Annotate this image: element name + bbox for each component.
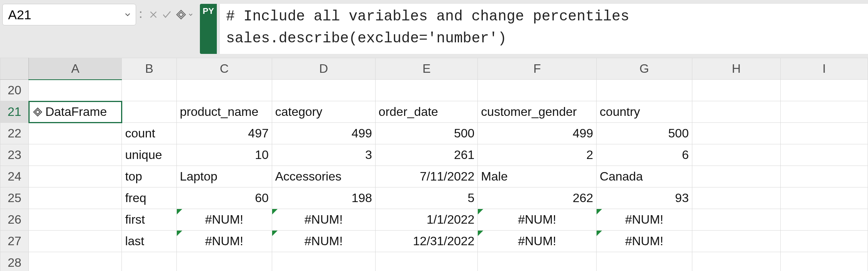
cell[interactable] bbox=[780, 252, 868, 271]
cell[interactable]: 2 bbox=[478, 144, 597, 166]
column-header[interactable]: D bbox=[272, 58, 375, 80]
cell[interactable] bbox=[780, 187, 868, 209]
cell[interactable] bbox=[122, 80, 176, 101]
cell[interactable] bbox=[780, 231, 868, 252]
row-header[interactable]: 22 bbox=[0, 123, 29, 144]
cell[interactable] bbox=[780, 101, 868, 123]
cell[interactable] bbox=[122, 101, 176, 123]
cell[interactable] bbox=[692, 252, 780, 271]
cell[interactable]: freq bbox=[122, 187, 176, 209]
cell[interactable] bbox=[29, 231, 122, 252]
cell[interactable]: last bbox=[122, 231, 176, 252]
column-header[interactable]: H bbox=[692, 58, 780, 80]
cell[interactable]: country bbox=[597, 101, 692, 123]
cell[interactable]: 7/11/2022 bbox=[375, 166, 478, 187]
cell-error[interactable]: #NUM! bbox=[176, 231, 272, 252]
cell-error[interactable]: #NUM! bbox=[597, 209, 692, 231]
cell[interactable] bbox=[597, 80, 692, 101]
cell[interactable]: customer_gender bbox=[478, 101, 597, 123]
cell[interactable] bbox=[29, 80, 122, 101]
cell[interactable] bbox=[780, 166, 868, 187]
cell[interactable]: 60 bbox=[176, 187, 272, 209]
cell[interactable]: 6 bbox=[597, 144, 692, 166]
cell[interactable] bbox=[272, 80, 375, 101]
cell[interactable]: 500 bbox=[375, 123, 478, 144]
row-header[interactable]: 24 bbox=[0, 166, 29, 187]
cell[interactable]: count bbox=[122, 123, 176, 144]
cell[interactable]: 261 bbox=[375, 144, 478, 166]
cell[interactable]: order_date bbox=[375, 101, 478, 123]
cell[interactable] bbox=[780, 80, 868, 101]
cell-error[interactable]: #NUM! bbox=[176, 209, 272, 231]
cell-active[interactable]: DataFrame bbox=[29, 101, 122, 123]
row-header[interactable]: 21 bbox=[0, 101, 29, 123]
cell[interactable]: 198 bbox=[272, 187, 375, 209]
cell[interactable]: 500 bbox=[597, 123, 692, 144]
cell[interactable] bbox=[597, 252, 692, 271]
cell-error[interactable]: #NUM! bbox=[597, 231, 692, 252]
spreadsheet-grid[interactable]: A B C D E F G H I 20 21 DataFrame produc… bbox=[0, 58, 868, 271]
cell[interactable] bbox=[375, 252, 478, 271]
cell[interactable] bbox=[780, 209, 868, 231]
chevron-down-icon[interactable] bbox=[123, 10, 132, 19]
cell[interactable] bbox=[29, 123, 122, 144]
cell[interactable] bbox=[692, 166, 780, 187]
cell-error[interactable]: #NUM! bbox=[478, 231, 597, 252]
cell-error[interactable]: #NUM! bbox=[272, 209, 375, 231]
cell[interactable]: 1/1/2022 bbox=[375, 209, 478, 231]
row-header[interactable]: 28 bbox=[0, 252, 29, 271]
select-all-corner[interactable] bbox=[0, 58, 29, 80]
row-header[interactable]: 26 bbox=[0, 209, 29, 231]
cell[interactable] bbox=[692, 144, 780, 166]
column-header[interactable]: F bbox=[478, 58, 597, 80]
cell[interactable] bbox=[692, 187, 780, 209]
cell[interactable] bbox=[780, 123, 868, 144]
cancel-icon[interactable] bbox=[148, 10, 158, 20]
column-header[interactable]: A bbox=[29, 58, 122, 80]
cell[interactable]: Canada bbox=[597, 166, 692, 187]
cell[interactable] bbox=[375, 80, 478, 101]
cell[interactable]: 262 bbox=[478, 187, 597, 209]
cell[interactable] bbox=[29, 144, 122, 166]
cell[interactable]: Laptop bbox=[176, 166, 272, 187]
cell[interactable]: first bbox=[122, 209, 176, 231]
cell[interactable]: product_name bbox=[176, 101, 272, 123]
cell[interactable] bbox=[478, 80, 597, 101]
name-box[interactable]: A21 bbox=[2, 4, 136, 25]
column-header[interactable]: I bbox=[780, 58, 868, 80]
column-header[interactable]: B bbox=[122, 58, 176, 80]
cell[interactable] bbox=[692, 123, 780, 144]
cell[interactable]: 93 bbox=[597, 187, 692, 209]
formula-input[interactable]: # Include all variables and change perce… bbox=[220, 4, 868, 54]
row-header[interactable]: 20 bbox=[0, 80, 29, 101]
cell[interactable] bbox=[780, 144, 868, 166]
cell[interactable]: 497 bbox=[176, 123, 272, 144]
cell-error[interactable]: #NUM! bbox=[478, 209, 597, 231]
cell[interactable]: Accessories bbox=[272, 166, 375, 187]
cell[interactable] bbox=[176, 80, 272, 101]
cell-error[interactable]: #NUM! bbox=[272, 231, 375, 252]
cell[interactable] bbox=[122, 252, 176, 271]
cell[interactable] bbox=[478, 252, 597, 271]
cell[interactable] bbox=[692, 80, 780, 101]
cell[interactable]: category bbox=[272, 101, 375, 123]
cell[interactable]: 12/31/2022 bbox=[375, 231, 478, 252]
column-header[interactable]: G bbox=[597, 58, 692, 80]
cell[interactable] bbox=[29, 209, 122, 231]
row-header[interactable]: 23 bbox=[0, 144, 29, 166]
cell[interactable]: unique bbox=[122, 144, 176, 166]
cell[interactable]: 10 bbox=[176, 144, 272, 166]
column-header[interactable]: E bbox=[375, 58, 478, 80]
cell[interactable] bbox=[29, 187, 122, 209]
cell[interactable]: 3 bbox=[272, 144, 375, 166]
cell[interactable] bbox=[272, 252, 375, 271]
cell[interactable] bbox=[29, 166, 122, 187]
cell[interactable] bbox=[176, 252, 272, 271]
accept-icon[interactable] bbox=[161, 9, 172, 20]
cell[interactable]: 499 bbox=[478, 123, 597, 144]
cell[interactable] bbox=[692, 101, 780, 123]
cell[interactable] bbox=[29, 252, 122, 271]
cell[interactable]: Male bbox=[478, 166, 597, 187]
cell[interactable]: 5 bbox=[375, 187, 478, 209]
row-header[interactable]: 27 bbox=[0, 231, 29, 252]
